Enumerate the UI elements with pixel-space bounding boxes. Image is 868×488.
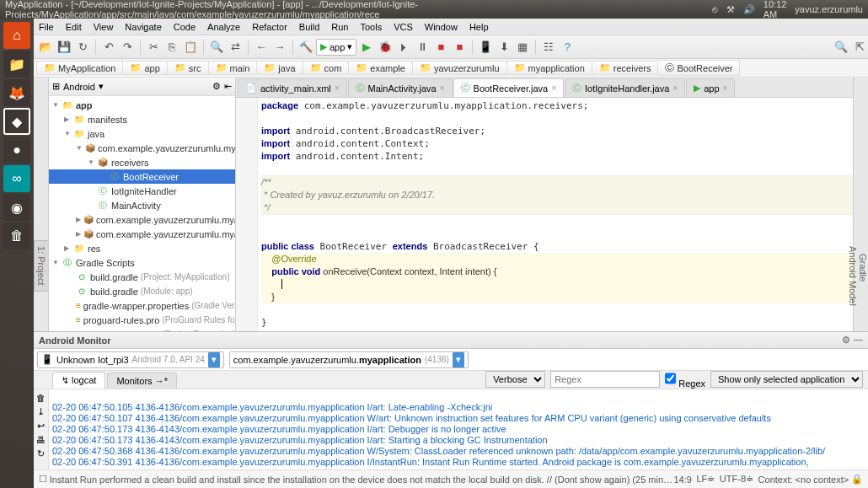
crumb-class[interactable]: Ⓒ BootReceiver: [657, 60, 740, 76]
crumb-myapp[interactable]: 📁 myapplication: [506, 61, 592, 75]
close-icon[interactable]: ×: [551, 83, 556, 93]
menu-file[interactable]: File: [34, 20, 59, 34]
crumb-com[interactable]: 📁 com: [303, 61, 350, 75]
filter-app-select[interactable]: Show only selected application: [710, 371, 863, 388]
menu-edit[interactable]: Edit: [61, 20, 87, 34]
close-icon[interactable]: ×: [335, 83, 340, 93]
gear-icon[interactable]: ⚙: [842, 335, 850, 346]
menu-code[interactable]: Code: [169, 20, 201, 34]
paste-icon[interactable]: 📋: [182, 39, 199, 56]
menu-window[interactable]: Window: [420, 20, 463, 34]
copy-icon[interactable]: ⎘: [163, 39, 180, 56]
open-icon[interactable]: 📂: [37, 39, 54, 56]
bluetooth-icon[interactable]: ⚒: [726, 4, 735, 15]
tab-bootreceiver[interactable]: ⒸBootReceiver.java×: [453, 78, 565, 97]
collapse-icon[interactable]: ⇤: [224, 81, 232, 92]
line-separator[interactable]: LF≑: [696, 474, 715, 485]
caret-position[interactable]: 14:9: [673, 475, 691, 485]
debug-icon[interactable]: 🐞: [377, 39, 394, 56]
settings-icon[interactable]: ⇱: [851, 39, 868, 56]
profile-icon[interactable]: ⏵: [395, 39, 412, 56]
tab-iotignite[interactable]: ⒸIotIgniteHandler.java×: [565, 78, 685, 97]
process-selector[interactable]: com.example.yavuzerzurumlu.myapplication…: [229, 351, 469, 368]
regex-checkbox[interactable]: Regex: [665, 370, 705, 389]
crumb-project[interactable]: 📁 MyApplication: [36, 61, 123, 75]
logcat-output[interactable]: 02-20 06:47:50.105 4136-4136/com.example…: [49, 389, 868, 469]
stop-icon[interactable]: ■: [432, 39, 449, 56]
launcher-app-icon[interactable]: ●: [3, 137, 30, 164]
crumb-receivers[interactable]: 📁 receivers: [592, 61, 659, 75]
crumb-java[interactable]: 📁 java: [256, 61, 303, 75]
structure-icon[interactable]: ☷: [540, 39, 557, 56]
tab-logcat[interactable]: ↯ logcat: [52, 372, 105, 389]
launcher-arduino-icon[interactable]: ∞: [3, 165, 30, 192]
sync-icon[interactable]: ↻: [74, 39, 91, 56]
back-icon[interactable]: ←: [253, 39, 270, 56]
cut-icon[interactable]: ✂: [145, 39, 162, 56]
user-menu[interactable]: yavuz.erzurumlu: [795, 4, 863, 14]
redo-icon[interactable]: ↷: [119, 39, 136, 56]
tab-app-run[interactable]: ▶app×: [686, 78, 735, 97]
layout-icon[interactable]: ▦: [514, 39, 531, 56]
tab-project[interactable]: 1: Project: [34, 240, 48, 291]
run-config-selector[interactable]: ▶ app ▾: [316, 39, 356, 56]
file-encoding[interactable]: UTF-8≑: [720, 474, 753, 485]
close-icon[interactable]: ×: [672, 83, 678, 93]
clear-icon[interactable]: 🗑: [36, 393, 46, 403]
log-level-select[interactable]: Verbose: [485, 371, 545, 388]
tray-icon[interactable]: ⎋: [712, 4, 718, 14]
lock-icon[interactable]: 🔒: [851, 474, 863, 485]
status-icon[interactable]: ☐: [39, 474, 47, 485]
close-icon[interactable]: ×: [723, 83, 728, 93]
save-icon[interactable]: 💾: [56, 39, 72, 56]
menu-tools[interactable]: Tools: [355, 20, 387, 34]
context-label[interactable]: Context: <no context>: [758, 475, 849, 485]
menu-analyze[interactable]: Analyze: [202, 20, 245, 34]
menu-refactor[interactable]: Refactor: [247, 20, 292, 34]
menu-run[interactable]: Run: [326, 20, 353, 34]
tab-mainactivity[interactable]: ⒸMainActivity.java×: [348, 78, 453, 97]
launcher-files-icon[interactable]: 📁: [3, 51, 30, 78]
scroll-end-icon[interactable]: ⤓: [37, 406, 45, 417]
device-selector[interactable]: 📱 Unknown Iot_rpi3 Android 7.0, API 24 ▾: [37, 351, 224, 368]
forward-icon[interactable]: →: [271, 39, 288, 56]
avd-icon[interactable]: 📱: [477, 39, 494, 56]
crumb-src[interactable]: 📁 src: [167, 61, 209, 75]
launcher-android-studio-icon[interactable]: ◆: [3, 108, 30, 135]
crumb-example[interactable]: 📁 example: [348, 61, 413, 75]
stop2-icon[interactable]: ■: [451, 39, 468, 56]
launcher-trash-icon[interactable]: 🗑: [3, 223, 30, 249]
launcher-chrome-icon[interactable]: ◉: [3, 194, 30, 221]
menu-view[interactable]: View: [88, 20, 119, 34]
menu-help[interactable]: Help: [464, 20, 494, 34]
tab-activity-main[interactable]: 📄activity_main.xml×: [238, 78, 347, 97]
gear-icon[interactable]: ⚙: [212, 81, 221, 92]
project-panel-header[interactable]: ⊞ Android ▾ ⚙ ⇤: [49, 78, 235, 96]
close-icon[interactable]: ×: [440, 83, 445, 93]
minimize-icon[interactable]: —: [854, 335, 863, 346]
tab-monitors[interactable]: Monitors →*: [107, 373, 177, 389]
search-everywhere-icon[interactable]: 🔍: [833, 39, 849, 56]
crumb-module[interactable]: 📁 app: [122, 61, 167, 75]
attach-icon[interactable]: ⏸: [414, 39, 431, 56]
sound-icon[interactable]: 🔊: [743, 4, 755, 15]
launcher-dash-icon[interactable]: ⌂: [3, 22, 30, 49]
launcher-firefox-icon[interactable]: 🦊: [3, 79, 30, 106]
crumb-yavuz[interactable]: 📁 yavuzerzurumlu: [412, 61, 507, 75]
menu-navigate[interactable]: Navigate: [120, 20, 166, 34]
undo-icon[interactable]: ↶: [100, 39, 117, 56]
clock[interactable]: 10:12 AM: [764, 0, 787, 19]
menu-vcs[interactable]: VCS: [388, 20, 418, 34]
find-icon[interactable]: 🔍: [208, 39, 225, 56]
log-search-input[interactable]: [550, 371, 660, 388]
help-icon[interactable]: ?: [559, 39, 576, 56]
menu-build[interactable]: Build: [294, 20, 324, 34]
run-icon[interactable]: ▶: [358, 39, 375, 56]
make-icon[interactable]: 🔨: [297, 39, 314, 56]
print-icon[interactable]: 🖶: [36, 435, 46, 445]
replace-icon[interactable]: ⇄: [227, 39, 244, 56]
restart-icon[interactable]: ↻: [37, 448, 45, 459]
wrap-icon[interactable]: ↩: [37, 421, 45, 432]
crumb-main[interactable]: 📁 main: [208, 61, 258, 75]
sdk-icon[interactable]: ⬇: [496, 39, 512, 56]
